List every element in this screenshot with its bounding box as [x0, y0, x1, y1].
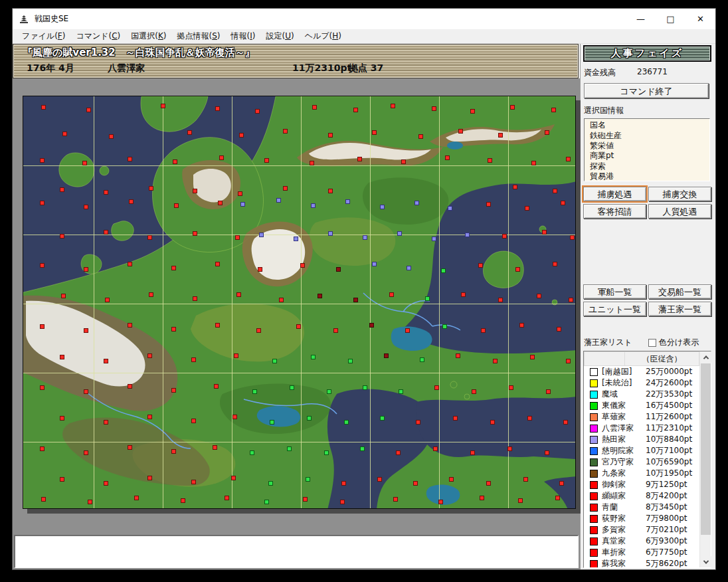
base-marker[interactable] — [215, 323, 220, 328]
base-marker[interactable] — [215, 106, 220, 111]
scroll-down-icon[interactable] — [700, 556, 711, 567]
base-marker[interactable] — [555, 496, 560, 500]
base-marker[interactable] — [324, 450, 329, 455]
world-map[interactable] — [23, 96, 576, 509]
clan-row[interactable]: 慈明院家10万7100pt — [584, 445, 699, 456]
clan-row[interactable]: 八雲澤家11万2310pt — [584, 423, 699, 434]
base-marker[interactable] — [551, 108, 556, 112]
base-marker[interactable] — [363, 235, 367, 240]
base-marker[interactable] — [40, 263, 45, 268]
base-marker[interactable] — [363, 385, 367, 390]
base-marker[interactable] — [236, 292, 241, 297]
base-marker[interactable] — [191, 419, 196, 423]
base-marker[interactable] — [420, 357, 424, 362]
base-marker[interactable] — [397, 231, 402, 236]
base-marker[interactable] — [193, 189, 197, 193]
base-marker[interactable] — [414, 201, 419, 205]
base-marker[interactable] — [82, 161, 87, 165]
maximize-icon[interactable]: □ — [656, 9, 685, 29]
base-marker[interactable] — [456, 353, 460, 358]
base-marker[interactable] — [86, 108, 91, 112]
base-marker[interactable] — [173, 159, 177, 164]
base-marker[interactable] — [171, 327, 176, 332]
base-marker[interactable] — [300, 263, 305, 268]
base-marker[interactable] — [268, 481, 273, 486]
base-marker[interactable] — [458, 129, 463, 134]
base-marker[interactable] — [312, 105, 317, 110]
base-marker[interactable] — [377, 477, 382, 482]
clan-row[interactable]: [未統治]24万2600pt — [584, 377, 699, 389]
base-marker[interactable] — [191, 357, 196, 362]
base-marker[interactable] — [399, 389, 403, 394]
clan-row[interactable]: 御剣家9万1250pt — [584, 479, 699, 490]
base-marker[interactable] — [372, 130, 377, 135]
base-marker[interactable] — [453, 416, 458, 421]
base-marker[interactable] — [461, 292, 466, 297]
base-marker[interactable] — [433, 446, 438, 451]
message-log[interactable] — [14, 535, 579, 568]
base-marker[interactable] — [519, 323, 524, 328]
base-marker[interactable] — [255, 109, 260, 114]
base-marker[interactable] — [231, 476, 236, 480]
menu-base-info[interactable]: 拠点情報(S) — [172, 29, 226, 43]
clan-row[interactable]: 魔域22万3530pt — [584, 389, 699, 400]
clan-row[interactable]: [南越国]25万0000pt — [584, 366, 699, 377]
base-marker[interactable] — [566, 359, 571, 363]
base-marker[interactable] — [109, 134, 114, 139]
base-marker[interactable] — [396, 450, 401, 455]
base-marker[interactable] — [40, 158, 45, 163]
base-marker[interactable] — [357, 157, 362, 161]
base-marker[interactable] — [507, 446, 512, 451]
base-marker[interactable] — [147, 235, 152, 240]
base-marker[interactable] — [193, 296, 197, 301]
base-marker[interactable] — [60, 234, 64, 239]
base-marker[interactable] — [328, 189, 333, 193]
base-marker[interactable] — [510, 105, 515, 110]
clan-row[interactable]: 真堂家6万9300pt — [584, 535, 699, 547]
base-marker[interactable] — [418, 134, 423, 139]
base-marker[interactable] — [401, 159, 406, 164]
base-marker[interactable] — [104, 190, 108, 195]
menu-file[interactable]: ファイル(F) — [17, 29, 70, 43]
base-marker[interactable] — [563, 420, 568, 425]
base-marker[interactable] — [372, 262, 377, 266]
clan-row[interactable]: 青蘭8万3450pt — [584, 502, 699, 513]
base-marker[interactable] — [41, 497, 46, 502]
base-marker[interactable] — [104, 420, 108, 425]
base-marker[interactable] — [488, 158, 492, 163]
base-marker[interactable] — [276, 198, 281, 203]
base-marker[interactable] — [441, 268, 446, 273]
base-marker[interactable] — [527, 416, 532, 421]
base-marker[interactable] — [61, 294, 66, 298]
base-marker[interactable] — [307, 416, 312, 421]
base-marker[interactable] — [353, 298, 358, 302]
base-marker[interactable] — [232, 415, 237, 419]
menu-country-select[interactable]: 国選択(K) — [126, 29, 171, 43]
base-marker[interactable] — [498, 133, 503, 138]
base-marker[interactable] — [84, 328, 88, 333]
base-marker[interactable] — [502, 234, 507, 239]
base-marker[interactable] — [272, 359, 277, 363]
base-marker[interactable] — [478, 263, 483, 268]
base-marker[interactable] — [225, 496, 229, 500]
base-marker[interactable] — [235, 235, 240, 240]
guest-general-invite-button[interactable]: 客将招請 — [583, 204, 646, 219]
base-marker[interactable] — [434, 385, 439, 390]
base-marker[interactable] — [181, 498, 185, 503]
menu-settings[interactable]: 設定(U) — [260, 29, 299, 43]
base-marker[interactable] — [258, 267, 262, 272]
base-marker[interactable] — [425, 296, 430, 301]
base-marker[interactable] — [546, 389, 551, 394]
base-marker[interactable] — [88, 500, 92, 504]
base-marker[interactable] — [345, 199, 350, 204]
base-marker[interactable] — [432, 106, 436, 111]
base-marker[interactable] — [486, 481, 491, 486]
base-marker[interactable] — [283, 186, 288, 191]
base-marker[interactable] — [193, 231, 197, 236]
base-marker[interactable] — [493, 359, 498, 363]
base-marker[interactable] — [40, 385, 45, 390]
base-marker[interactable] — [62, 132, 67, 136]
base-marker[interactable] — [413, 481, 418, 486]
base-marker[interactable] — [303, 497, 308, 502]
warships-button[interactable]: 軍船一覧 — [583, 284, 646, 299]
